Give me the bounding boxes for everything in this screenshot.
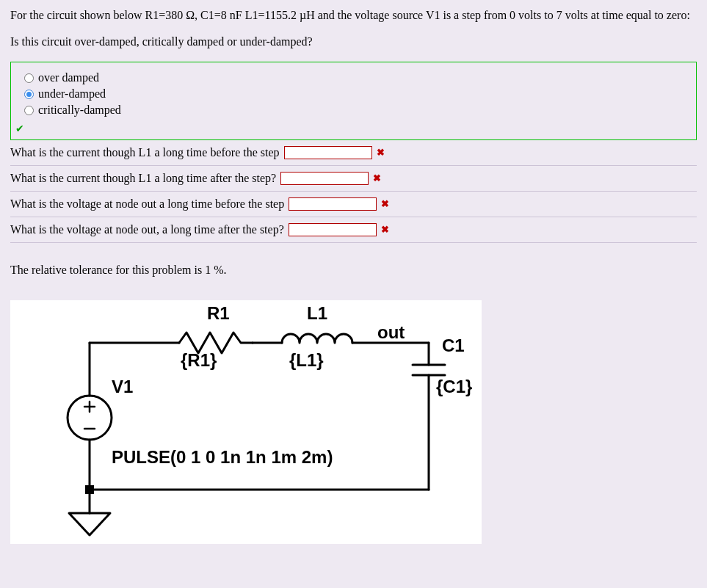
- wrong-icon: ✖: [381, 198, 389, 210]
- sub-question-row: What is the voltage at node out a long t…: [10, 192, 697, 217]
- correct-check-icon: ✔: [15, 123, 689, 135]
- label-R1-val: {R1}: [181, 350, 217, 371]
- wrong-icon: ✖: [381, 224, 389, 236]
- radio-option-criticallydamped[interactable]: critically-damped: [18, 104, 689, 117]
- sub-question-row: What is the current though L1 a long tim…: [10, 140, 697, 166]
- sub-question-text: What is the voltage at node out, a long …: [10, 223, 284, 236]
- circuit-diagram: R1 {R1} L1 {L1} out C1 {C1} V1 PULSE(0 1…: [10, 300, 482, 544]
- answer-input[interactable]: [280, 172, 369, 185]
- label-C1-val: {C1}: [436, 377, 472, 397]
- label-out: out: [377, 322, 405, 343]
- radio-icon: [24, 106, 34, 115]
- problem-intro: For the circuit shown below R1=380 Ω, C1…: [10, 9, 697, 22]
- label-V1: V1: [112, 377, 133, 397]
- wrong-icon: ✖: [373, 173, 381, 184]
- sub-question-text: What is the current though L1 a long tim…: [10, 146, 280, 159]
- label-pulse: PULSE(0 1 0 1n 1n 1m 2m): [112, 447, 333, 468]
- sub-question-row: What is the current though L1 a long tim…: [10, 166, 697, 192]
- sub-question-text: What is the current though L1 a long tim…: [10, 172, 276, 185]
- radio-group-box: over damped under-damped critically-damp…: [10, 62, 697, 140]
- answer-input[interactable]: [284, 146, 372, 159]
- sub-question-row: What is the voltage at node out, a long …: [10, 217, 697, 243]
- radio-label: over damped: [38, 71, 99, 84]
- label-R1: R1: [207, 303, 230, 324]
- radio-label: critically-damped: [38, 104, 121, 117]
- radio-icon: [24, 73, 34, 83]
- tolerance-text: The relative tolerance for this problem …: [10, 264, 697, 277]
- answer-input[interactable]: [289, 197, 377, 211]
- radio-label: under-damped: [38, 87, 106, 101]
- sub-question-text: What is the voltage at node out a long t…: [10, 197, 284, 211]
- radio-option-underdamped[interactable]: under-damped: [18, 87, 689, 101]
- label-C1: C1: [442, 335, 465, 356]
- radio-icon: [24, 90, 34, 99]
- label-L1-val: {L1}: [289, 350, 324, 371]
- label-L1: L1: [307, 303, 327, 324]
- problem-question: Is this circuit over-damped, critically …: [10, 35, 697, 48]
- radio-option-overdamped[interactable]: over damped: [18, 71, 689, 84]
- answer-input[interactable]: [289, 223, 377, 236]
- wrong-icon: ✖: [377, 147, 385, 159]
